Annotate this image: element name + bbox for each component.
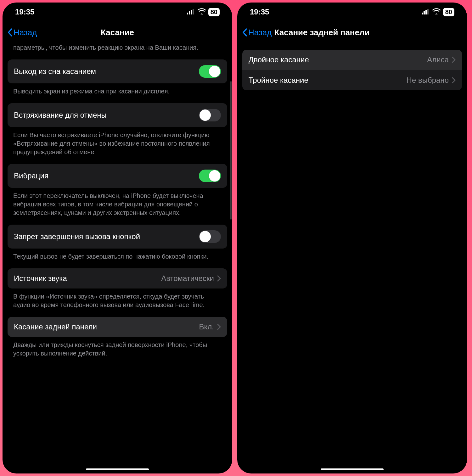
footer-wake: Выводить экран из режима сна при касании… — [8, 83, 227, 103]
settings-content: Двойное касание Алиса Тройное касание Не… — [237, 43, 467, 473]
home-indicator[interactable] — [321, 468, 384, 470]
row-label: Тройное касание — [249, 76, 308, 85]
toggle-end-call[interactable] — [199, 230, 221, 243]
row-triple-tap[interactable]: Тройное касание Не выбрано — [242, 70, 462, 90]
wifi-icon — [432, 8, 441, 16]
row-end-call-button[interactable]: Запрет завершения вызова кнопкой — [8, 225, 227, 249]
page-title: Касание задней панели — [274, 28, 370, 37]
row-label: Вибрация — [14, 171, 48, 180]
svg-rect-5 — [424, 11, 425, 14]
chevron-right-icon — [452, 57, 456, 63]
back-label: Назад — [14, 28, 37, 37]
back-button[interactable]: Назад — [8, 28, 37, 37]
nav-bar: Назад Касание — [3, 21, 232, 43]
row-value: Алиса — [427, 55, 452, 64]
svg-rect-3 — [193, 9, 194, 14]
row-double-tap[interactable]: Двойное касание Алиса — [242, 50, 462, 70]
row-label: Запрет завершения вызова кнопкой — [14, 232, 140, 241]
row-audio-source[interactable]: Источник звука Автоматически — [8, 268, 227, 288]
row-label: Касание задней панели — [14, 322, 97, 331]
intro-note: параметры, чтобы изменить реакцию экрана… — [8, 43, 227, 59]
row-label: Источник звука — [14, 274, 67, 283]
phone-left: 19:35 80 Назад Касание параметры, чтобы … — [3, 3, 232, 473]
status-right: 80 — [422, 8, 454, 16]
svg-rect-2 — [191, 10, 192, 14]
chevron-left-icon — [242, 28, 247, 36]
row-label: Встряхивание для отмены — [14, 111, 107, 120]
row-shake-undo[interactable]: Встряхивание для отмены — [8, 103, 227, 127]
status-bar: 19:35 80 — [3, 3, 232, 21]
back-label: Назад — [248, 28, 272, 37]
signal-icon — [422, 8, 430, 16]
toggle-vibration[interactable] — [199, 170, 221, 182]
svg-rect-7 — [427, 9, 429, 14]
phone-right: 19:35 80 Назад Касание задней панели Дво… — [237, 3, 467, 473]
chevron-right-icon — [217, 275, 221, 282]
row-wake-on-tap[interactable]: Выход из сна касанием — [8, 59, 227, 83]
svg-rect-1 — [189, 11, 190, 14]
status-right: 80 — [187, 8, 220, 16]
home-indicator[interactable] — [86, 468, 149, 470]
footer-vibration: Если этот переключатель выключен, на iPh… — [8, 188, 227, 225]
row-label: Двойное касание — [249, 55, 309, 64]
svg-rect-4 — [422, 13, 423, 14]
chevron-right-icon — [452, 77, 456, 83]
row-label: Выход из сна касанием — [14, 67, 96, 76]
battery-indicator: 80 — [443, 8, 454, 16]
settings-content: параметры, чтобы изменить реакцию экрана… — [3, 43, 232, 473]
row-back-tap[interactable]: Касание задней панели Вкл. — [8, 317, 227, 337]
status-time: 19:35 — [250, 8, 269, 16]
chevron-right-icon — [217, 324, 221, 330]
signal-icon — [187, 8, 195, 16]
row-value: Вкл. — [199, 322, 217, 331]
row-value: Автоматически — [161, 274, 217, 283]
toggle-wake-on-tap[interactable] — [199, 65, 221, 78]
svg-rect-6 — [425, 10, 427, 14]
footer-backtap: Дважды или трижды коснуться задней повер… — [8, 337, 227, 365]
footer-endcall: Текущий вызов не будет завершаться по на… — [8, 249, 227, 268]
battery-indicator: 80 — [208, 8, 220, 16]
page-title: Касание — [101, 28, 134, 37]
scrollbar[interactable] — [230, 81, 232, 220]
toggle-shake-undo[interactable] — [199, 109, 221, 121]
back-button[interactable]: Назад — [242, 28, 272, 37]
row-value: Не выбрано — [407, 76, 452, 85]
status-bar: 19:35 80 — [237, 3, 467, 21]
nav-bar: Назад Касание задней панели — [237, 21, 467, 43]
footer-audio: В функции «Источник звука» определяется,… — [8, 288, 227, 317]
svg-rect-0 — [187, 13, 188, 14]
status-time: 19:35 — [15, 8, 34, 16]
chevron-left-icon — [8, 28, 13, 36]
wifi-icon — [198, 8, 206, 16]
footer-shake: Если Вы часто встряхиваете iPhone случай… — [8, 127, 227, 164]
row-vibration[interactable]: Вибрация — [8, 164, 227, 188]
